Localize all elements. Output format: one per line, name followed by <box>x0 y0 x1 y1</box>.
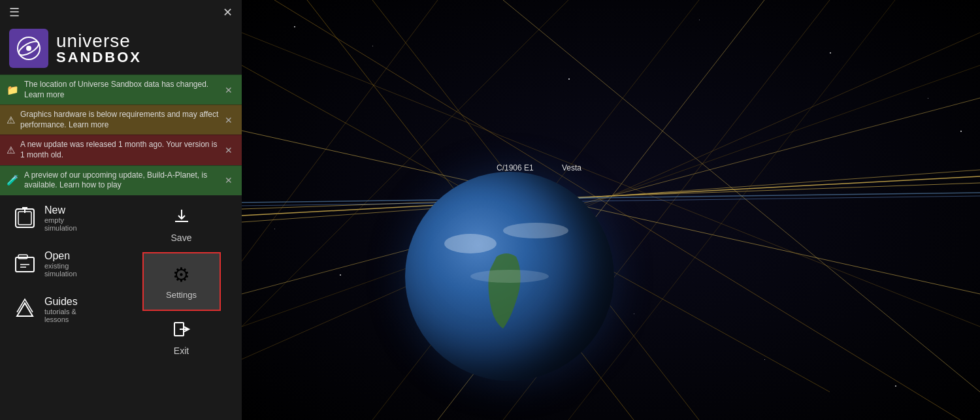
warning-icon-1: ⚠ <box>7 114 15 126</box>
logo-text: universe SANDBOX <box>56 32 142 65</box>
exit-icon <box>172 320 191 343</box>
folder-icon: 📁 <box>7 84 19 96</box>
open-simulation-button[interactable]: Open existing simulation <box>0 241 61 287</box>
new-simulation-button[interactable]: New empty simulation <box>0 195 61 241</box>
notifications-list: 📁 The location of Universe Sandbox data … <box>0 74 242 195</box>
logo-icon <box>9 29 48 68</box>
notif-3-close[interactable]: ✕ <box>222 145 235 155</box>
star <box>764 359 765 360</box>
menu-left-col: New empty simulation Open existing simul… <box>0 195 121 363</box>
flask-icon: 🧪 <box>7 174 19 186</box>
open-main-text: Open <box>44 250 77 262</box>
new-icon <box>12 205 38 231</box>
svg-point-37 <box>470 270 549 283</box>
star <box>372 46 373 46</box>
star <box>568 78 570 80</box>
notif-1-close[interactable]: ✕ <box>222 85 235 95</box>
close-icon[interactable]: ✕ <box>223 5 233 20</box>
new-main-text: New <box>44 204 77 216</box>
new-sub-text: empty simulation <box>44 216 77 232</box>
guides-icon <box>12 297 38 323</box>
logo-area: universe SANDBOX <box>0 25 242 74</box>
guides-main-text: Guides <box>44 296 78 308</box>
svg-point-35 <box>444 234 497 253</box>
star <box>960 131 962 132</box>
hamburger-icon[interactable]: ☰ <box>9 5 20 20</box>
vesta-label: Vesta <box>562 163 581 172</box>
save-icon <box>172 207 191 230</box>
svg-point-2 <box>26 46 31 51</box>
svg-rect-4 <box>18 212 31 225</box>
new-label: New empty simulation <box>44 204 77 232</box>
svg-point-36 <box>503 223 568 238</box>
warning-icon-2: ⚠ <box>7 144 15 156</box>
settings-button[interactable]: ⚙ Settings <box>142 252 221 311</box>
logo-sandbox-text: SANDBOX <box>56 50 142 65</box>
notification-1: 📁 The location of Universe Sandbox data … <box>0 74 242 105</box>
open-sub-text: existing simulation <box>44 262 77 278</box>
star <box>699 20 700 20</box>
star <box>895 385 896 387</box>
notif-2-text: Graphics hardware is below requirements … <box>20 110 222 130</box>
notif-4-text: A preview of our upcoming update, Build-… <box>24 170 222 191</box>
guides-sub-text: tutorials & lessons <box>44 308 78 323</box>
canvas-area: C/1906 E1 Vesta <box>242 0 980 420</box>
star <box>340 274 341 276</box>
c1906-label: C/1906 E1 <box>497 163 534 172</box>
notification-3: ⚠ A new update was released 1 month ago.… <box>0 135 242 165</box>
exit-button[interactable]: Exit <box>121 314 242 363</box>
earth-planet <box>405 172 614 381</box>
guides-button[interactable]: Guides tutorials & lessons <box>0 287 61 332</box>
sidebar: ☰ ✕ universe SANDBOX 📁 The location of U… <box>0 0 242 420</box>
star <box>634 314 634 314</box>
star <box>830 52 831 54</box>
notification-4: 🧪 A preview of our upcoming update, Buil… <box>0 165 242 195</box>
open-icon <box>12 251 38 277</box>
star <box>294 26 295 27</box>
menu-right-col: Save ⚙ Settings Exit <box>121 195 242 363</box>
settings-label-text: Settings <box>166 290 197 300</box>
notif-4-close[interactable]: ✕ <box>222 175 235 186</box>
save-label-text: Save <box>171 233 192 243</box>
menu-section: New empty simulation Open existing simul… <box>0 195 242 363</box>
star <box>274 229 275 229</box>
open-label: Open existing simulation <box>44 250 77 278</box>
save-button[interactable]: Save <box>121 201 242 250</box>
settings-icon: ⚙ <box>172 263 190 286</box>
logo-universe-text: universe <box>56 32 142 50</box>
guides-label: Guides tutorials & lessons <box>44 296 78 323</box>
notif-2-close[interactable]: ✕ <box>222 115 235 125</box>
star <box>928 98 928 99</box>
notification-2: ⚠ Graphics hardware is below requirement… <box>0 105 242 135</box>
notif-3-text: A new update was released 1 month ago. Y… <box>20 140 222 160</box>
exit-label-text: Exit <box>174 346 189 356</box>
notif-1-text: The location of Universe Sandbox data ha… <box>24 80 222 100</box>
top-bar: ☰ ✕ <box>0 0 242 25</box>
